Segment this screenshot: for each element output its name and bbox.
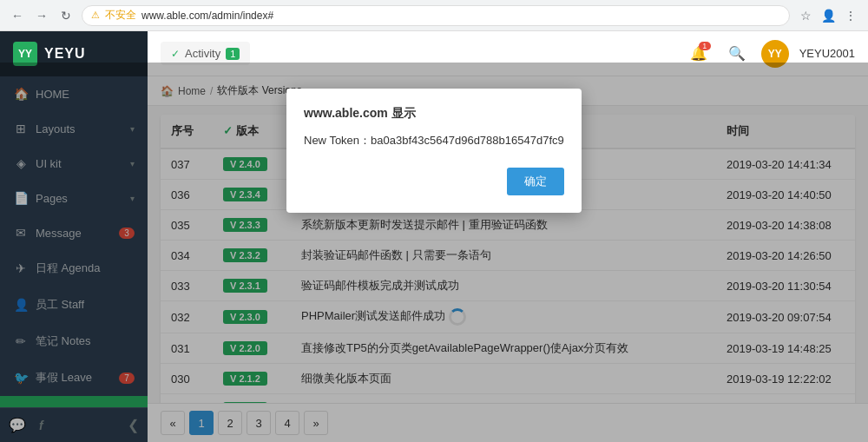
logo-text: YEYU xyxy=(44,46,86,62)
user-name: YEYU2001 xyxy=(799,47,855,60)
security-icon: ⚠ xyxy=(91,10,100,21)
browser-chrome: ← → ↻ ⚠ 不安全 www.able.com/admin/index# ☆ … xyxy=(0,0,868,31)
notification-badge: 1 xyxy=(699,42,711,50)
modal-overlay: www.able.com 显示 New Token：ba0a3bf43c5647… xyxy=(0,63,868,442)
modal-footer: 确定 xyxy=(304,168,564,195)
modal-body: New Token：ba0a3bf43c5647d96d788b16547d7f… xyxy=(304,132,564,150)
modal-confirm-button[interactable]: 确定 xyxy=(507,168,564,195)
modal-title: www.able.com 显示 xyxy=(304,106,564,122)
app-container: YY YEYU 🏠 HOME ⊞ Layouts ▾ ◈ UI kit ▾ 📄 … xyxy=(0,31,868,442)
activity-tab-badge: 1 xyxy=(226,48,240,60)
modal-body-prefix: New Token： xyxy=(304,134,371,147)
modal-dialog: www.able.com 显示 New Token：ba0a3bf43c5647… xyxy=(286,89,582,213)
reload-button[interactable]: ↻ xyxy=(57,7,75,24)
menu-button[interactable]: ⋮ xyxy=(842,7,859,24)
modal-token: ba0a3bf43c5647d96d788b16547d7fc9 xyxy=(371,134,564,147)
activity-tab-icon: ✓ xyxy=(171,48,180,60)
forward-button[interactable]: → xyxy=(33,7,50,24)
url-text: www.able.com/admin/index# xyxy=(141,10,273,22)
browser-actions: ☆ 👤 ⋮ xyxy=(797,7,859,24)
activity-tab[interactable]: ✓ Activity 1 xyxy=(161,42,250,65)
security-label: 不安全 xyxy=(105,8,136,23)
user-menu-button[interactable]: 👤 xyxy=(819,7,837,24)
star-button[interactable]: ☆ xyxy=(797,7,814,24)
back-button[interactable]: ← xyxy=(9,7,26,24)
activity-tab-label: Activity xyxy=(185,47,220,60)
address-bar[interactable]: ⚠ 不安全 www.able.com/admin/index# xyxy=(82,5,790,26)
